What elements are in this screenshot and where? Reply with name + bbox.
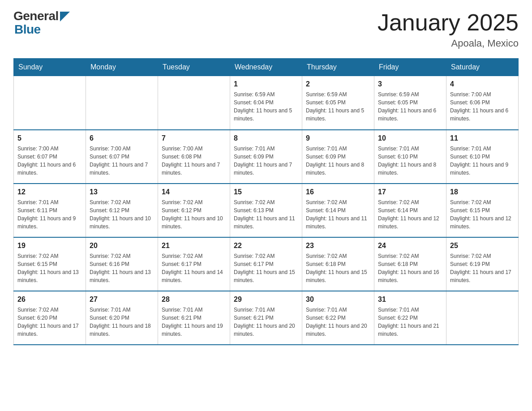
day-info-text: Daylight: 11 hours and 13 minutes. [90, 268, 154, 284]
day-info-text: Daylight: 11 hours and 19 minutes. [162, 322, 226, 338]
day-cell-13: 13Sunrise: 7:02 AMSunset: 6:12 PMDayligh… [86, 184, 158, 237]
day-cell-25: 25Sunrise: 7:02 AMSunset: 6:19 PMDayligh… [446, 237, 519, 291]
header-tuesday: Tuesday [158, 59, 230, 76]
day-cell-6: 6Sunrise: 7:00 AMSunset: 6:07 PMDaylight… [86, 130, 158, 184]
day-number-28: 28 [162, 294, 226, 305]
day-info-text: Sunrise: 7:02 AM [162, 198, 226, 206]
day-info-text: Sunrise: 7:02 AM [90, 252, 154, 260]
day-info-text: Sunrise: 7:02 AM [306, 198, 370, 206]
day-info-text: Sunrise: 6:59 AM [378, 90, 442, 98]
day-cell-19: 19Sunrise: 7:02 AMSunset: 6:15 PMDayligh… [14, 237, 86, 291]
day-cell-16: 16Sunrise: 7:02 AMSunset: 6:14 PMDayligh… [302, 184, 374, 237]
day-info-text: Sunset: 6:17 PM [162, 260, 226, 268]
day-info-text: Daylight: 11 hours and 10 minutes. [90, 214, 154, 231]
logo-general-text: General [13, 9, 59, 23]
day-info-text: Sunset: 6:22 PM [306, 314, 370, 322]
day-info-text: Sunset: 6:16 PM [90, 260, 154, 268]
day-info-text: Sunrise: 7:00 AM [162, 145, 226, 153]
day-info-text: Sunrise: 7:01 AM [306, 306, 370, 314]
day-info-text: Sunrise: 7:02 AM [17, 306, 82, 314]
day-info-text: Daylight: 11 hours and 20 minutes. [306, 322, 370, 338]
day-number-24: 24 [378, 240, 442, 251]
day-info-text: Daylight: 11 hours and 21 minutes. [378, 322, 442, 338]
logo: General Blue [13, 9, 70, 37]
day-info-text: Sunrise: 7:01 AM [306, 145, 370, 153]
day-info-text: Sunrise: 7:00 AM [90, 145, 154, 153]
day-info-text: Sunset: 6:18 PM [378, 260, 442, 268]
day-info-text: Sunset: 6:05 PM [306, 98, 370, 107]
day-cell-20: 20Sunrise: 7:02 AMSunset: 6:16 PMDayligh… [86, 237, 158, 291]
header-thursday: Thursday [302, 59, 374, 76]
day-info-text: Sunset: 6:06 PM [450, 98, 515, 107]
day-info-text: Daylight: 11 hours and 15 minutes. [306, 268, 370, 284]
day-cell-27: 27Sunrise: 7:01 AMSunset: 6:20 PMDayligh… [86, 291, 158, 345]
day-number-5: 5 [17, 133, 82, 144]
day-info-text: Daylight: 11 hours and 5 minutes. [234, 107, 298, 123]
day-info-text: Daylight: 11 hours and 11 minutes. [234, 214, 298, 231]
header-sunday: Sunday [14, 59, 86, 76]
day-info-text: Sunset: 6:05 PM [378, 98, 442, 107]
week-row-4: 26Sunrise: 7:02 AMSunset: 6:20 PMDayligh… [14, 291, 519, 345]
day-info-text: Sunset: 6:19 PM [450, 260, 515, 268]
day-number-8: 8 [234, 133, 298, 144]
day-info-text: Sunset: 6:04 PM [234, 98, 298, 107]
day-info-text: Sunrise: 7:01 AM [450, 145, 515, 153]
day-info-text: Sunset: 6:15 PM [450, 206, 515, 214]
day-info-text: Sunrise: 7:02 AM [234, 198, 298, 206]
day-info-text: Daylight: 11 hours and 14 minutes. [162, 268, 226, 284]
day-cell-15: 15Sunrise: 7:02 AMSunset: 6:13 PMDayligh… [230, 184, 302, 237]
day-cell-1: 1Sunrise: 6:59 AMSunset: 6:04 PMDaylight… [230, 76, 302, 130]
day-number-30: 30 [306, 294, 370, 305]
day-info-text: Daylight: 11 hours and 17 minutes. [17, 322, 82, 338]
day-info-text: Daylight: 11 hours and 6 minutes. [378, 107, 442, 123]
day-number-23: 23 [306, 240, 370, 251]
day-number-15: 15 [234, 187, 298, 197]
day-info-text: Sunrise: 7:01 AM [90, 306, 154, 314]
day-number-2: 2 [306, 79, 370, 90]
day-number-26: 26 [17, 294, 82, 305]
day-info-text: Daylight: 11 hours and 18 minutes. [90, 322, 154, 338]
day-info-text: Daylight: 11 hours and 13 minutes. [17, 268, 82, 284]
day-cell-30: 30Sunrise: 7:01 AMSunset: 6:22 PMDayligh… [302, 291, 374, 345]
empty-cell [14, 76, 86, 130]
day-number-22: 22 [234, 240, 298, 251]
day-cell-31: 31Sunrise: 7:01 AMSunset: 6:22 PMDayligh… [374, 291, 446, 345]
header-saturday: Saturday [446, 59, 519, 76]
day-info-text: Sunrise: 7:02 AM [162, 252, 226, 260]
day-number-20: 20 [90, 240, 154, 251]
day-number-25: 25 [450, 240, 515, 251]
day-cell-2: 2Sunrise: 6:59 AMSunset: 6:05 PMDaylight… [302, 76, 374, 130]
day-info-text: Daylight: 11 hours and 6 minutes. [450, 107, 515, 123]
header-friday: Friday [374, 59, 446, 76]
day-info-text: Sunset: 6:08 PM [162, 153, 226, 161]
day-info-text: Sunset: 6:21 PM [234, 314, 298, 322]
day-info-text: Daylight: 11 hours and 10 minutes. [162, 214, 226, 231]
day-info-text: Sunrise: 6:59 AM [306, 90, 370, 98]
week-row-1: 5Sunrise: 7:00 AMSunset: 6:07 PMDaylight… [14, 130, 519, 184]
calendar-subtitle: Apoala, Mexico [378, 38, 519, 49]
week-row-3: 19Sunrise: 7:02 AMSunset: 6:15 PMDayligh… [14, 237, 519, 291]
day-info-text: Sunset: 6:12 PM [162, 206, 226, 214]
calendar-title: January 2025 [378, 9, 519, 36]
logo-triangle-icon [60, 12, 70, 21]
day-cell-29: 29Sunrise: 7:01 AMSunset: 6:21 PMDayligh… [230, 291, 302, 345]
day-info-text: Sunrise: 7:02 AM [234, 252, 298, 260]
day-info-text: Sunset: 6:22 PM [378, 314, 442, 322]
day-info-text: Sunrise: 7:02 AM [450, 252, 515, 260]
calendar-table: SundayMondayTuesdayWednesdayThursdayFrid… [13, 58, 519, 345]
day-info-text: Sunset: 6:20 PM [90, 314, 154, 322]
day-cell-8: 8Sunrise: 7:01 AMSunset: 6:09 PMDaylight… [230, 130, 302, 184]
day-info-text: Sunset: 6:14 PM [378, 206, 442, 214]
day-info-text: Sunset: 6:18 PM [306, 260, 370, 268]
day-info-text: Sunrise: 7:01 AM [378, 306, 442, 314]
day-info-text: Sunrise: 7:01 AM [162, 306, 226, 314]
header-wednesday: Wednesday [230, 59, 302, 76]
day-info-text: Sunrise: 7:00 AM [17, 145, 82, 153]
day-info-text: Daylight: 11 hours and 15 minutes. [234, 268, 298, 284]
day-number-7: 7 [162, 133, 226, 144]
day-info-text: Daylight: 11 hours and 8 minutes. [306, 161, 370, 177]
day-number-31: 31 [378, 294, 442, 305]
day-cell-12: 12Sunrise: 7:01 AMSunset: 6:11 PMDayligh… [14, 184, 86, 237]
day-info-text: Daylight: 11 hours and 9 minutes. [17, 214, 82, 231]
day-info-text: Daylight: 11 hours and 11 minutes. [306, 214, 370, 231]
